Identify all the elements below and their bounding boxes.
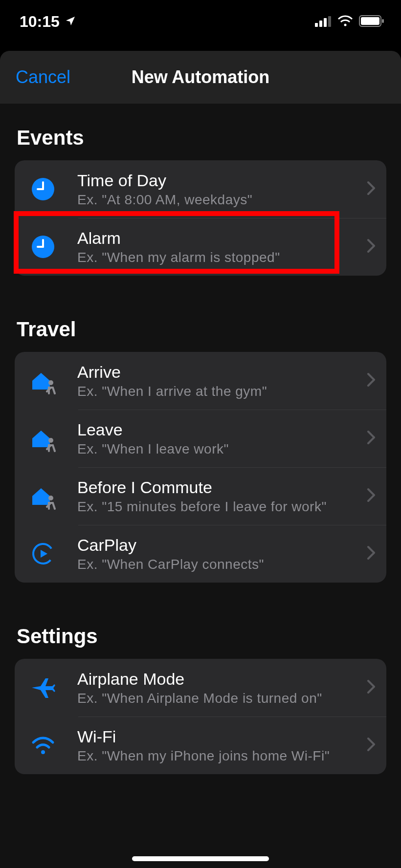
status-bar: 10:15 <box>0 0 401 43</box>
group-settings: Airplane Mode Ex. "When Airplane Mode is… <box>15 659 386 774</box>
location-icon <box>65 13 76 31</box>
svg-rect-3 <box>328 16 331 27</box>
airplane-icon <box>28 673 58 702</box>
row-title: Time of Day <box>77 171 361 190</box>
chevron-right-icon <box>367 430 376 447</box>
row-title: Leave <box>77 420 361 439</box>
row-title: Airplane Mode <box>77 670 361 689</box>
row-subtitle: Ex. "When my alarm is stopped" <box>77 250 361 265</box>
home-person-icon <box>28 366 58 395</box>
row-leave[interactable]: Leave Ex. "When I leave work" <box>15 410 386 467</box>
svg-point-14 <box>48 380 53 385</box>
chevron-right-icon <box>367 181 376 197</box>
wifi-icon <box>337 13 353 31</box>
cellular-icon <box>315 13 332 31</box>
section-header-settings: Settings <box>0 583 401 659</box>
section-header-events: Events <box>0 104 401 160</box>
wifi-icon <box>28 731 58 760</box>
row-subtitle: Ex. "15 minutes before I leave for work" <box>77 499 361 515</box>
home-indicator <box>132 856 269 861</box>
home-person-icon <box>28 424 58 453</box>
group-travel: Arrive Ex. "When I arrive at the gym" <box>15 352 386 583</box>
row-airplane-mode[interactable]: Airplane Mode Ex. "When Airplane Mode is… <box>15 659 386 716</box>
row-time-of-day[interactable]: Time of Day Ex. "At 8:00 AM, weekdays" <box>15 160 386 218</box>
chevron-right-icon <box>367 679 376 696</box>
section-header-travel: Travel <box>0 276 401 352</box>
row-before-commute[interactable]: Before I Commute Ex. "15 minutes before … <box>15 467 386 525</box>
status-time: 10:15 <box>20 13 60 31</box>
row-wifi[interactable]: Wi-Fi Ex. "When my iPhone joins home Wi-… <box>15 716 386 774</box>
group-events: Time of Day Ex. "At 8:00 AM, weekdays" <box>15 160 386 276</box>
row-arrive[interactable]: Arrive Ex. "When I arrive at the gym" <box>15 352 386 410</box>
svg-rect-2 <box>324 18 327 27</box>
chevron-right-icon <box>367 545 376 562</box>
svg-rect-7 <box>382 19 384 23</box>
row-subtitle: Ex. "At 8:00 AM, weekdays" <box>77 192 361 208</box>
svg-rect-6 <box>361 17 379 25</box>
chevron-right-icon <box>367 239 376 255</box>
modal-sheet: Cancel New Automation Events Time of <box>0 51 401 868</box>
home-person-icon <box>28 481 58 511</box>
svg-rect-0 <box>315 23 318 27</box>
row-carplay[interactable]: CarPlay Ex. "When CarPlay connects" <box>15 525 386 583</box>
row-subtitle: Ex. "When I leave work" <box>77 441 361 457</box>
chevron-right-icon <box>367 737 376 754</box>
clock-icon <box>28 232 58 261</box>
svg-point-19 <box>41 750 45 754</box>
svg-rect-1 <box>319 21 322 27</box>
chevron-right-icon <box>367 488 376 504</box>
row-alarm[interactable]: Alarm Ex. "When my alarm is stopped" <box>15 218 386 276</box>
cancel-button[interactable]: Cancel <box>16 67 70 87</box>
svg-point-4 <box>344 23 347 26</box>
row-subtitle: Ex. "When Airplane Mode is turned on" <box>77 691 361 706</box>
svg-point-15 <box>48 438 53 443</box>
row-subtitle: Ex. "When CarPlay connects" <box>77 557 361 572</box>
row-subtitle: Ex. "When my iPhone joins home Wi-Fi" <box>77 748 361 764</box>
row-title: Alarm <box>77 229 361 248</box>
row-title: CarPlay <box>77 536 361 555</box>
battery-icon <box>359 13 384 31</box>
clock-icon <box>28 174 58 204</box>
modal-header: Cancel New Automation <box>0 51 401 104</box>
svg-point-16 <box>48 496 53 500</box>
row-title: Arrive <box>77 363 361 382</box>
row-title: Wi-Fi <box>77 727 361 746</box>
row-title: Before I Commute <box>77 478 361 497</box>
carplay-icon <box>28 539 58 568</box>
svg-marker-18 <box>41 550 47 558</box>
row-subtitle: Ex. "When I arrive at the gym" <box>77 384 361 399</box>
chevron-right-icon <box>367 372 376 389</box>
